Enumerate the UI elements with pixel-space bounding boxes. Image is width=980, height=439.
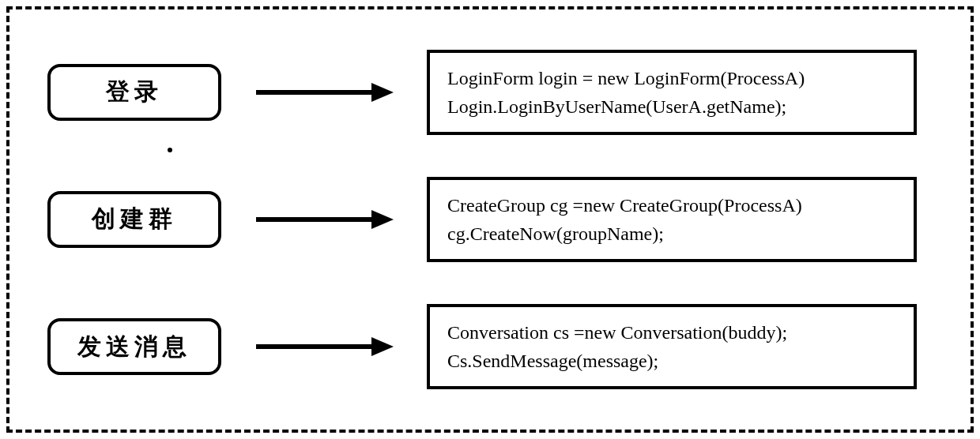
label-text: 登录 xyxy=(106,76,163,108)
code-line: Conversation cs =new Conversation(buddy)… xyxy=(447,318,896,347)
arrow-icon xyxy=(253,204,395,235)
code-line: LoginForm login = new LoginForm(ProcessA… xyxy=(447,64,896,92)
code-box-create-group: CreateGroup cg =new CreateGroup(ProcessA… xyxy=(427,177,917,262)
label-send-message: 发送消息 xyxy=(47,318,221,375)
label-login: 登录 xyxy=(47,64,221,121)
svg-marker-3 xyxy=(371,210,394,229)
arrow-icon xyxy=(253,77,395,108)
row-create-group: 创建群 CreateGroup cg =new CreateGroup(Proc… xyxy=(47,172,933,267)
code-line: CreateGroup cg =new CreateGroup(ProcessA… xyxy=(447,191,896,220)
label-text: 发送消息 xyxy=(77,331,191,363)
arrow-icon xyxy=(253,331,395,362)
code-box-login: LoginForm login = new LoginForm(ProcessA… xyxy=(427,50,917,135)
code-box-send-message: Conversation cs =new Conversation(buddy)… xyxy=(427,304,917,389)
svg-marker-5 xyxy=(371,337,394,356)
label-text: 创建群 xyxy=(92,203,177,235)
row-send-message: 发送消息 Conversation cs =new Conversation(b… xyxy=(47,299,933,394)
row-login: 登录 LoginForm login = new LoginForm(Proce… xyxy=(47,45,933,140)
label-create-group: 创建群 xyxy=(47,191,221,248)
svg-marker-1 xyxy=(371,83,394,102)
diagram-frame: 登录 LoginForm login = new LoginForm(Proce… xyxy=(6,6,974,433)
code-line: cg.CreateNow(groupName); xyxy=(447,220,896,248)
code-line: Login.LoginByUserName(UserA.getName); xyxy=(447,92,896,121)
stray-dot xyxy=(168,148,172,152)
code-line: Cs.SendMessage(message); xyxy=(447,347,896,375)
